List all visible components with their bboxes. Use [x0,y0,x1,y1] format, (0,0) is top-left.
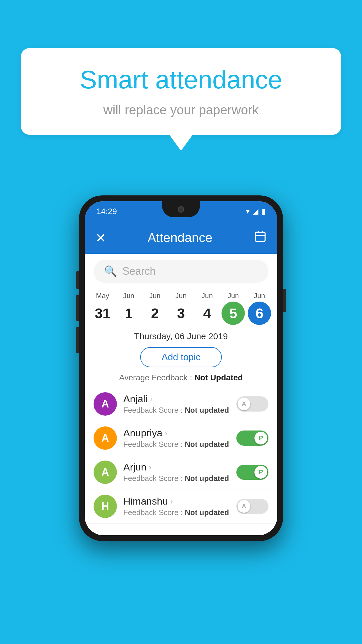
list-item[interactable]: HHimanshu ›Feedback Score : Not updatedA [85,489,277,524]
cal-date-number: 3 [169,302,193,325]
phone-screen: 14:29 ▾ ◢ ▮ ✕ Attendance [85,201,277,535]
cal-month-label: Jun [254,292,265,300]
cal-month-label: Jun [201,292,213,300]
toggle-switch[interactable]: A [236,396,268,412]
bubble-title: Smart attendance [44,66,318,94]
volume-silent-button [76,271,79,289]
toggle-switch[interactable]: P [236,430,268,446]
calendar-day[interactable]: Jun6 [247,292,272,325]
attendance-toggle[interactable]: A [236,396,268,412]
status-bar: 14:29 ▾ ◢ ▮ [85,201,277,222]
selected-date-label: Thursday, 06 June 2019 [85,327,277,344]
toggle-switch[interactable]: P [236,465,268,480]
toggle-knob: A [238,500,250,513]
search-icon: 🔍 [104,265,117,277]
toggle-knob: A [238,398,250,410]
toggle-switch[interactable]: A [236,499,268,514]
search-bar[interactable]: 🔍 Search [94,260,268,283]
student-name: Anupriya › [123,427,230,439]
toggle-knob: P [254,466,267,479]
calendar-day[interactable]: Jun3 [168,292,194,325]
cal-date-number: 1 [117,302,140,325]
avatar: H [94,495,117,518]
student-info: Anjali ›Feedback Score : Not updated [123,393,230,415]
avatar: A [94,392,117,416]
speech-bubble: Smart attendance will replace your paper… [21,48,341,135]
toggle-knob: P [254,432,267,444]
feedback-score: Feedback Score : Not updated [123,440,230,449]
cal-month-label: Jun [149,292,161,300]
feedback-score: Feedback Score : Not updated [123,474,230,483]
avg-feedback-value: Not Updated [194,373,243,382]
signal-icon: ◢ [253,207,258,216]
chevron-icon: › [165,428,167,438]
calendar-day[interactable]: Jun2 [142,292,168,325]
avg-feedback: Average Feedback : Not Updated [85,373,277,382]
chevron-icon: › [149,463,151,472]
wifi-icon: ▾ [246,207,249,216]
search-placeholder: Search [122,265,156,277]
calendar-icon[interactable] [254,230,267,246]
bubble-arrow [169,135,193,151]
cal-month-label: Jun [228,292,239,300]
speech-bubble-container: Smart attendance will replace your paper… [21,48,341,151]
calendar-day[interactable]: Jun1 [116,292,142,325]
student-info: Arjun ›Feedback Score : Not updated [123,461,230,483]
status-icons: ▾ ◢ ▮ [246,207,266,216]
list-item[interactable]: AAnupriya ›Feedback Score : Not updatedP [85,421,277,455]
calendar-day[interactable]: Jun4 [194,292,220,325]
close-button[interactable]: ✕ [95,230,106,245]
volume-down-button [76,327,79,353]
feedback-score: Feedback Score : Not updated [123,406,230,415]
attendance-toggle[interactable]: P [236,465,268,480]
calendar-day[interactable]: Jun5 [220,292,246,325]
avatar: A [94,461,117,484]
calendar-day[interactable]: May31 [90,292,115,325]
feedback-score: Feedback Score : Not updated [123,508,230,517]
calendar-row: May31Jun1Jun2Jun3Jun4Jun5Jun6 [85,289,277,327]
cal-date-number: 5 [222,302,245,325]
add-topic-button[interactable]: Add topic [140,347,222,367]
cal-month-label: May [96,292,109,300]
phone-wrapper: 14:29 ▾ ◢ ▮ ✕ Attendance [79,195,283,541]
volume-up-button [76,295,79,321]
front-camera [178,206,184,213]
power-button [283,289,286,312]
list-item[interactable]: AArjun ›Feedback Score : Not updatedP [85,455,277,489]
cal-month-label: Jun [123,292,134,300]
battery-icon: ▮ [262,207,266,216]
student-info: Himanshu ›Feedback Score : Not updated [123,496,230,517]
app-toolbar: ✕ Attendance [85,222,277,254]
attendance-toggle[interactable]: P [236,430,268,446]
svg-rect-0 [256,232,265,241]
cal-date-number: 2 [143,302,166,325]
list-item[interactable]: AAnjali ›Feedback Score : Not updatedA [85,387,277,421]
cal-date-number: 6 [248,302,271,325]
student-name: Arjun › [123,461,230,473]
student-name: Anjali › [123,393,230,405]
chevron-icon: › [170,497,173,506]
avg-feedback-prefix: Average Feedback : [119,373,194,382]
toolbar-title: Attendance [147,230,212,245]
phone-frame: 14:29 ▾ ◢ ▮ ✕ Attendance [79,195,283,541]
notch [162,201,200,217]
cal-date-number: 4 [196,302,219,325]
phone-bottom-bar [85,524,277,535]
status-time: 14:29 [96,207,117,216]
attendance-toggle[interactable]: A [236,499,268,514]
bubble-subtitle: will replace your paperwork [44,103,318,117]
student-info: Anupriya ›Feedback Score : Not updated [123,427,230,449]
cal-date-number: 31 [91,302,114,325]
student-list: AAnjali ›Feedback Score : Not updatedAAA… [85,387,277,524]
chevron-icon: › [150,394,152,404]
cal-month-label: Jun [175,292,187,300]
student-name: Himanshu › [123,496,230,507]
avatar: A [94,426,117,450]
